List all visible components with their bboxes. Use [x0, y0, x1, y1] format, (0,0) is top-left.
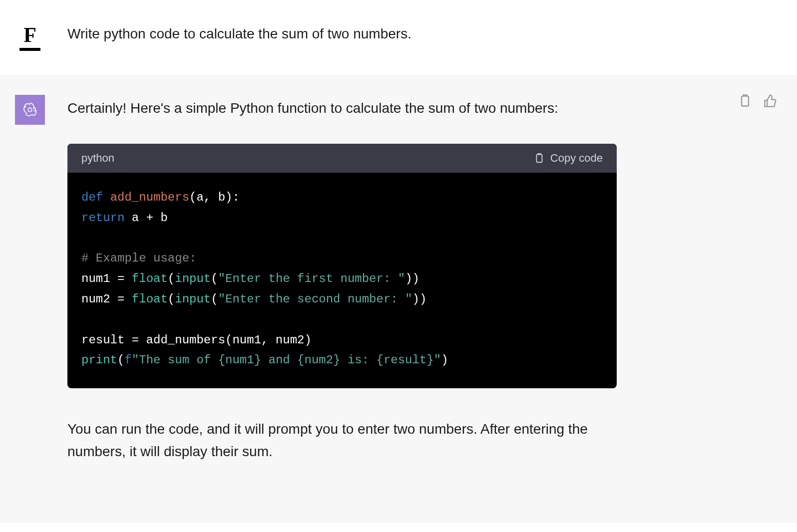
copy-code-button[interactable]: Copy code — [533, 152, 603, 165]
svg-rect-2 — [742, 96, 749, 106]
code-block: python Copy code def add_numbers(a, b): … — [67, 144, 617, 388]
code-body: def add_numbers(a, b): return a + b # Ex… — [67, 173, 617, 388]
copy-message-button[interactable] — [738, 94, 752, 108]
code-language-label: python — [81, 152, 114, 165]
clipboard-icon — [533, 152, 544, 165]
assistant-intro-text: Certainly! Here's a simple Python functi… — [67, 95, 617, 119]
assistant-content: Certainly! Here's a simple Python functi… — [67, 95, 617, 463]
copy-code-label: Copy code — [550, 152, 603, 165]
user-message-text: Write python code to calculate the sum o… — [67, 20, 411, 43]
thumbs-up-button[interactable] — [763, 94, 777, 108]
user-avatar-letter: F — [23, 23, 36, 47]
thumbs-up-icon — [763, 94, 777, 108]
user-message: F Write python code to calculate the sum… — [0, 0, 797, 75]
message-actions — [738, 94, 777, 108]
svg-rect-1 — [536, 155, 542, 163]
assistant-message: Certainly! Here's a simple Python functi… — [0, 75, 797, 523]
assistant-outro-text: You can run the code, and it will prompt… — [67, 418, 617, 463]
assistant-avatar — [15, 95, 45, 125]
svg-point-0 — [28, 108, 32, 112]
user-avatar: F — [15, 20, 45, 50]
clipboard-icon — [738, 94, 752, 108]
openai-logo-icon — [20, 100, 39, 119]
code-header: python Copy code — [67, 144, 617, 173]
